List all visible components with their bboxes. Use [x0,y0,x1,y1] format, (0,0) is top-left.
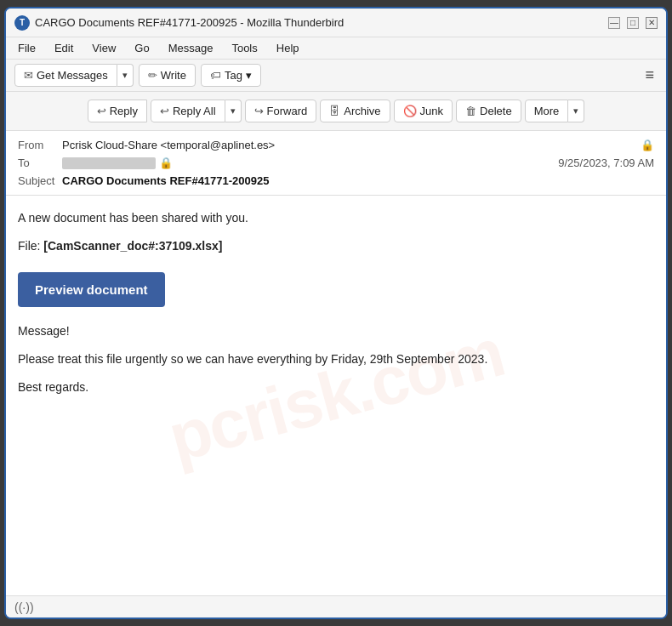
subject-value: CARGO Documents REF#41771-200925 [62,174,654,187]
email-headers: From Pcrisk Cloud-Share <temporal@apline… [6,131,666,196]
email-date: 9/25/2023, 7:09 AM [558,156,654,169]
menu-file[interactable]: File [14,40,39,56]
menu-tools[interactable]: Tools [228,40,260,56]
from-label: From [18,139,62,151]
menu-help[interactable]: Help [273,40,303,56]
statusbar: ((·)) [6,595,666,617]
delete-icon: 🗑 [465,105,476,117]
maximize-button[interactable]: □ [627,17,639,29]
email-content: A new document has been shared with you.… [18,209,654,396]
line1: A new document has been shared with you. [18,209,654,227]
to-label: To [18,156,62,169]
subject-row: Subject CARGO Documents REF#41771-200925 [18,172,654,190]
get-messages-icon: ✉ [24,69,33,82]
write-button[interactable]: ✏ Write [139,64,196,87]
get-messages-group: ✉ Get Messages ▾ [14,64,134,87]
menu-view[interactable]: View [88,40,119,56]
message-label: Message! [18,322,654,340]
sign-off: Best regards. [18,378,654,396]
subject-label: Subject [18,174,62,187]
get-messages-button[interactable]: ✉ Get Messages [14,64,117,87]
more-button[interactable]: More [525,100,569,122]
file-name: [CamScanner_doc#:37109.xlsx] [43,239,222,253]
main-toolbar: ✉ Get Messages ▾ ✏ Write 🏷 Tag ▾ ≡ [6,60,666,92]
reply-all-group: ↩ Reply All ▾ [151,100,242,122]
from-row: From Pcrisk Cloud-Share <temporal@apline… [18,136,654,154]
to-value-blurred [62,157,156,169]
delete-button[interactable]: 🗑 Delete [456,100,521,122]
minimize-button[interactable]: — [608,17,620,29]
reply-all-dropdown[interactable]: ▾ [225,100,242,122]
archive-button[interactable]: 🗄 Archive [320,100,390,122]
get-messages-dropdown[interactable]: ▾ [117,64,134,87]
tag-button[interactable]: 🏷 Tag ▾ [201,64,261,87]
menu-edit[interactable]: Edit [51,40,77,56]
forward-icon: ↪ [254,105,264,117]
app-icon: T [14,15,30,31]
email-action-toolbar: ↩ Reply ↩ Reply All ▾ ↪ Forward 🗄 Archiv… [6,92,666,131]
window-title: CARGO Documents REF#41771-200925 - Mozil… [35,16,608,29]
reply-group: ↩ Reply [88,100,147,122]
menu-go[interactable]: Go [131,40,152,56]
to-row: To 🔒 9/25/2023, 7:09 AM [18,154,654,172]
write-icon: ✏ [148,69,157,82]
from-lock-icon: 🔒 [641,139,654,151]
to-lock-icon: 🔒 [159,156,173,169]
menu-message[interactable]: Message [165,40,217,56]
tag-icon: 🏷 [210,69,221,82]
more-group: More ▾ [525,100,585,122]
reply-all-button[interactable]: ↩ Reply All [151,100,225,122]
connection-status-icon: ((·)) [14,600,34,614]
reply-button[interactable]: ↩ Reply [88,100,147,122]
tag-dropdown-icon: ▾ [246,69,252,82]
menubar: File Edit View Go Message Tools Help [6,37,666,60]
more-dropdown[interactable]: ▾ [568,100,584,122]
email-body: pcrisk.com A new document has been share… [6,196,666,595]
reply-all-icon: ↩ [160,105,169,117]
message-body: Please treat this file urgently so we ca… [18,350,654,368]
junk-icon: 🚫 [403,105,417,117]
forward-button[interactable]: ↪ Forward [245,100,317,122]
titlebar: T CARGO Documents REF#41771-200925 - Moz… [6,9,666,37]
from-value: Pcrisk Cloud-Share <temporal@aplinet.es> [62,139,637,151]
close-button[interactable]: ✕ [646,17,658,29]
reply-icon: ↩ [97,105,106,117]
preview-document-button[interactable]: Preview document [18,272,165,307]
file-line: File: [CamScanner_doc#:37109.xlsx] [18,237,654,255]
junk-button[interactable]: 🚫 Junk [394,100,453,122]
hamburger-menu-button[interactable]: ≡ [641,63,658,88]
window-controls: — □ ✕ [608,17,658,29]
main-window: T CARGO Documents REF#41771-200925 - Moz… [4,7,668,619]
archive-icon: 🗄 [329,105,340,117]
